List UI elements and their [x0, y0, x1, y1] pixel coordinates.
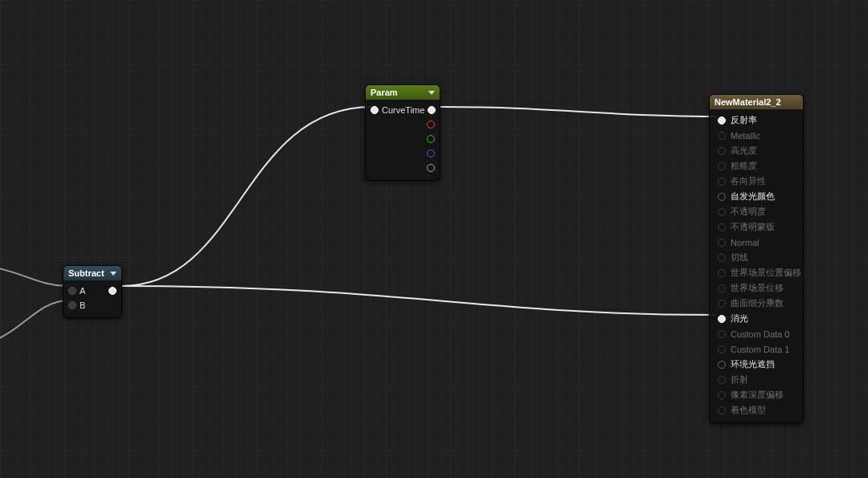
input-pin-opacity[interactable] — [718, 208, 726, 216]
pin-row-base_color: 反射率 — [713, 112, 800, 128]
node-subtract[interactable]: Subtract A B — [63, 265, 122, 318]
input-pin-normal[interactable] — [718, 239, 726, 247]
pin-label-opacity: 不透明度 — [731, 206, 766, 218]
pin-label-normal: Normal — [731, 238, 759, 247]
input-pin-wdo[interactable] — [718, 284, 726, 292]
pin-row-g — [371, 132, 435, 146]
pin-row-tess: 曲面细分乘数 — [713, 296, 800, 311]
pin-label-subsurface: 消光 — [731, 313, 748, 325]
pin-label-b: B — [80, 300, 85, 310]
input-pin-specular[interactable] — [718, 147, 726, 155]
pin-row-custom1: Custom Data 1 — [713, 341, 800, 357]
output-pin-subtract[interactable] — [108, 287, 117, 295]
input-pin-curvetime[interactable] — [371, 106, 379, 114]
output-pin-g[interactable] — [427, 135, 435, 143]
pin-row-custom0: Custom Data 0 — [713, 326, 800, 341]
pin-row-wdo: 世界场景位移 — [713, 280, 800, 296]
pin-label-metallic: Metallic — [731, 131, 760, 141]
input-pin-wpo[interactable] — [718, 269, 726, 277]
pin-label-custom0: Custom Data 0 — [731, 329, 789, 339]
pin-label-wdo: 世界场景位移 — [731, 282, 784, 294]
pin-row-a — [371, 161, 435, 175]
pin-label-anisotropy: 各向异性 — [731, 175, 766, 187]
pin-row-shading_model: 着色模型 — [713, 402, 800, 418]
input-pin-opacity_mask[interactable] — [718, 223, 726, 231]
pin-label-ao: 环境光遮挡 — [731, 358, 775, 370]
pin-row-specular: 高光度 — [713, 143, 800, 158]
output-pin-white[interactable] — [428, 106, 436, 114]
pin-row-roughness: 粗糙度 — [713, 158, 800, 174]
input-pin-custom1[interactable] — [718, 345, 726, 353]
input-pin-b[interactable] — [68, 301, 76, 309]
input-pin-pdo[interactable] — [718, 391, 726, 399]
node-result-title: NewMaterial2_2 — [714, 97, 781, 107]
pin-label-shading_model: 着色模型 — [731, 404, 766, 416]
pin-row-subsurface: 消光 — [713, 311, 800, 326]
pin-label-refraction: 折射 — [731, 374, 748, 386]
pin-row-pdo: 像素深度偏移 — [713, 387, 800, 402]
pin-label-pdo: 像素深度偏移 — [731, 389, 784, 401]
pin-label-specular: 高光度 — [731, 145, 757, 157]
pin-label-tess: 曲面细分乘数 — [731, 297, 784, 309]
pin-row-r — [371, 117, 435, 132]
pin-row-wpo: 世界场景位置偏移 — [713, 265, 800, 280]
pin-label-wpo: 世界场景位置偏移 — [731, 267, 801, 279]
pin-row-normal: Normal — [713, 235, 800, 250]
input-pin-anisotropy[interactable] — [718, 178, 726, 186]
node-param[interactable]: Param CurveTime — [365, 84, 440, 181]
node-param-title: Param — [371, 88, 398, 97]
pin-row-ao: 环境光遮挡 — [713, 357, 800, 372]
pin-row-tangent: 切线 — [713, 250, 800, 265]
input-pin-custom0[interactable] — [718, 330, 726, 338]
pin-row-b — [371, 146, 435, 161]
input-pin-tangent[interactable] — [718, 254, 726, 262]
node-subtract-header[interactable]: Subtract — [63, 266, 121, 280]
output-pin-a[interactable] — [427, 164, 435, 172]
output-pin-r[interactable] — [427, 121, 435, 129]
pin-label-emissive: 自发光颜色 — [731, 190, 775, 202]
pin-row-emissive: 自发光颜色 — [713, 189, 800, 204]
pin-label-a: A — [80, 286, 85, 296]
input-pin-metallic[interactable] — [718, 132, 726, 140]
pin-row-opacity: 不透明度 — [713, 204, 800, 219]
pin-row-anisotropy: 各向异性 — [713, 174, 800, 189]
pin-row-subtract-b: B — [68, 298, 117, 313]
pin-row-opacity_mask: 不透明蒙版 — [713, 219, 800, 235]
pin-label-tangent: 切线 — [731, 251, 748, 264]
input-pin-ao[interactable] — [718, 361, 726, 369]
pin-row-refraction: 折射 — [713, 372, 800, 387]
chevron-down-icon[interactable] — [110, 272, 117, 276]
pin-label-custom1: Custom Data 1 — [731, 345, 789, 354]
node-param-header[interactable]: Param — [366, 85, 440, 100]
pin-row-curvetime: CurveTime — [371, 103, 435, 117]
input-pin-roughness[interactable] — [718, 162, 726, 170]
node-material-result[interactable]: NewMaterial2_2 反射率Metallic高光度粗糙度各向异性自发光颜… — [709, 94, 804, 423]
node-result-header[interactable]: NewMaterial2_2 — [710, 95, 803, 109]
input-pin-refraction[interactable] — [718, 376, 726, 384]
pin-label-base_color: 反射率 — [731, 114, 757, 126]
input-pin-a[interactable] — [68, 287, 76, 295]
pin-label-opacity_mask: 不透明蒙版 — [731, 221, 775, 233]
node-subtract-title: Subtract — [68, 268, 104, 278]
pin-label-roughness: 粗糙度 — [731, 160, 757, 172]
pin-row-metallic: Metallic — [713, 128, 800, 143]
input-pin-base_color[interactable] — [718, 116, 726, 125]
input-pin-tess[interactable] — [718, 300, 726, 308]
pin-row-subtract-a: A — [68, 284, 117, 298]
input-pin-shading_model[interactable] — [718, 407, 726, 415]
output-pin-b[interactable] — [427, 149, 435, 157]
input-pin-subsurface[interactable] — [718, 315, 726, 323]
pin-label-curvetime: CurveTime — [382, 105, 424, 115]
chevron-down-icon[interactable] — [428, 91, 435, 95]
input-pin-emissive[interactable] — [718, 193, 726, 201]
